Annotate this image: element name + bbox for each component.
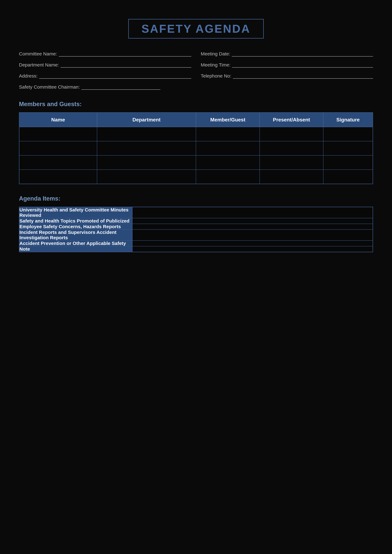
form-section: Committee Name: Meeting Date: Department…	[19, 51, 373, 90]
members-section-title: Members and Guests:	[19, 101, 373, 108]
department-name-field: Department Name:	[19, 62, 191, 68]
member-present-1[interactable]	[259, 127, 323, 141]
agenda-item-1-label: University Health and Safety Committee M…	[19, 207, 133, 218]
col-member-guest: Member/Guest	[196, 113, 259, 127]
page-title: SAFETY AGENDA	[141, 22, 251, 35]
meeting-time-label: Meeting Time:	[201, 62, 231, 68]
members-section: Members and Guests: Name Department Memb…	[19, 101, 373, 184]
form-row-1: Committee Name: Meeting Date:	[19, 51, 373, 56]
department-name-label: Department Name:	[19, 62, 59, 68]
committee-name-field: Committee Name:	[19, 51, 191, 56]
agenda-row-2: Safety and Health Topics Promoted of Pub…	[19, 218, 373, 224]
meeting-date-input[interactable]	[232, 55, 373, 56]
table-row	[19, 170, 373, 184]
member-department-3[interactable]	[97, 155, 196, 170]
telephone-field: Telephone No:	[201, 73, 373, 79]
meeting-time-input[interactable]	[232, 67, 373, 68]
table-row	[19, 127, 373, 141]
members-table-header: Name Department Member/Guest Present/Abs…	[19, 113, 373, 127]
member-guest-2[interactable]	[196, 141, 259, 155]
member-signature-1[interactable]	[323, 127, 373, 141]
meeting-date-field: Meeting Date:	[201, 51, 373, 56]
telephone-label: Telephone No:	[201, 73, 231, 79]
member-name-2[interactable]	[19, 141, 97, 155]
form-row-4: Safety Committee Chairman:	[19, 84, 373, 90]
member-guest-3[interactable]	[196, 155, 259, 170]
member-present-2[interactable]	[259, 141, 323, 155]
member-department-4[interactable]	[97, 170, 196, 184]
member-signature-2[interactable]	[323, 141, 373, 155]
title-box: SAFETY AGENDA	[128, 19, 264, 39]
agenda-item-5-label: Accident Prevention or Other Applicable …	[19, 241, 133, 246]
member-department-2[interactable]	[97, 141, 196, 155]
agenda-row-3: Employee Safety Concerns, Hazards Report…	[19, 224, 373, 229]
member-guest-1[interactable]	[196, 127, 259, 141]
agenda-table: University Health and Safety Committee M…	[19, 207, 373, 252]
table-row	[19, 141, 373, 155]
col-department: Department	[97, 113, 196, 127]
member-signature-3[interactable]	[323, 155, 373, 170]
agenda-item-3-label: Employee Safety Concerns, Hazards Report…	[19, 224, 133, 229]
chairman-input[interactable]	[81, 89, 160, 90]
col-present-absent: Present/Absent	[259, 113, 323, 127]
col-signature: Signature	[323, 113, 373, 127]
member-present-3[interactable]	[259, 155, 323, 170]
col-name: Name	[19, 113, 97, 127]
agenda-section-title: Agenda Items:	[19, 195, 373, 202]
agenda-item-4-content[interactable]	[133, 229, 373, 241]
department-name-input[interactable]	[61, 67, 191, 68]
form-row-3: Address: Telephone No:	[19, 73, 373, 79]
member-name-4[interactable]	[19, 170, 97, 184]
members-table: Name Department Member/Guest Present/Abs…	[19, 112, 373, 184]
agenda-row-6: Note	[19, 246, 373, 252]
form-row-2: Department Name: Meeting Time:	[19, 62, 373, 68]
agenda-row-5: Accident Prevention or Other Applicable …	[19, 241, 373, 246]
meeting-time-field: Meeting Time:	[201, 62, 373, 68]
agenda-item-4-label: Incident Reports and Supervisors Acciden…	[19, 229, 133, 241]
member-department-1[interactable]	[97, 127, 196, 141]
member-name-1[interactable]	[19, 127, 97, 141]
meeting-date-label: Meeting Date:	[201, 51, 230, 56]
member-signature-4[interactable]	[323, 170, 373, 184]
committee-name-label: Committee Name:	[19, 51, 57, 56]
agenda-item-6-content[interactable]	[133, 246, 373, 252]
agenda-item-5-content[interactable]	[133, 241, 373, 246]
chairman-label: Safety Committee Chairman:	[19, 84, 80, 90]
agenda-item-6-label: Note	[19, 246, 133, 252]
agenda-item-2-label: Safety and Health Topics Promoted of Pub…	[19, 218, 133, 224]
agenda-section: Agenda Items: University Health and Safe…	[19, 195, 373, 252]
chairman-field: Safety Committee Chairman:	[19, 84, 373, 90]
agenda-item-2-content[interactable]	[133, 218, 373, 224]
agenda-row-1: University Health and Safety Committee M…	[19, 207, 373, 218]
agenda-item-3-content[interactable]	[133, 224, 373, 229]
member-present-4[interactable]	[259, 170, 323, 184]
agenda-item-1-content[interactable]	[133, 207, 373, 218]
address-field: Address:	[19, 73, 191, 79]
agenda-row-4: Incident Reports and Supervisors Acciden…	[19, 229, 373, 241]
title-container: SAFETY AGENDA	[19, 19, 373, 39]
member-guest-4[interactable]	[196, 170, 259, 184]
telephone-input[interactable]	[233, 78, 373, 79]
committee-name-input[interactable]	[59, 55, 191, 56]
address-input[interactable]	[39, 78, 191, 79]
member-name-3[interactable]	[19, 155, 97, 170]
address-label: Address:	[19, 73, 38, 79]
table-row	[19, 155, 373, 170]
